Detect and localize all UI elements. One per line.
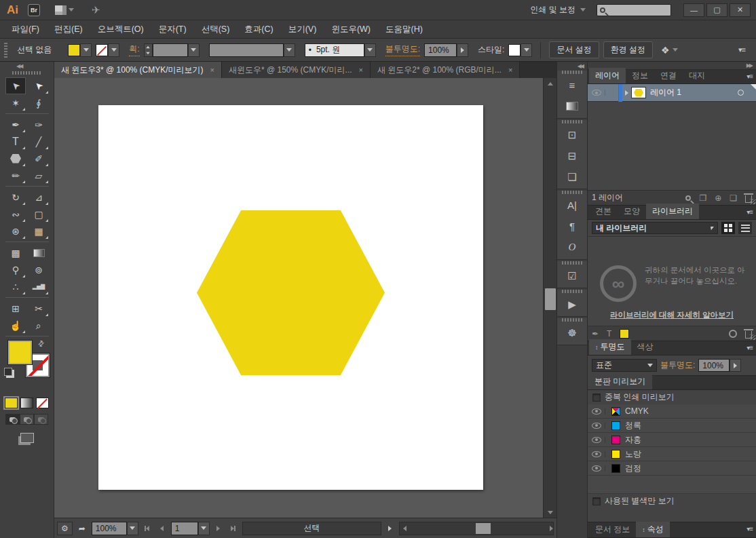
locate-object-button[interactable] [685, 195, 691, 201]
style-swatch[interactable] [508, 44, 521, 56]
layer-target-icon[interactable] [738, 90, 744, 96]
layer-row[interactable]: 레이어 1 [588, 84, 756, 102]
document-tab-1[interactable]: 새 윈도우3* @ 100% (CMYK/미리보기) × [54, 62, 222, 78]
free-transform-tool[interactable]: ▢ [29, 206, 49, 223]
type-tool[interactable]: T [5, 133, 26, 150]
stroke-weight-control[interactable] [144, 43, 200, 57]
artboard-dropdown[interactable] [198, 522, 210, 535]
eyedropper-tool[interactable]: ⚲ [5, 261, 26, 278]
attributes-panel-icon[interactable]: ☑ [557, 265, 587, 286]
tab-layers[interactable]: 레이어 [589, 68, 626, 83]
layer-name[interactable]: 레이어 1 [650, 87, 681, 98]
polygon-tool[interactable] [5, 150, 26, 167]
gradient-panel-icon[interactable] [557, 96, 587, 117]
tab-artboards[interactable]: 대지 [683, 68, 711, 83]
panel-resize-grip[interactable] [750, 199, 755, 204]
transparency-opacity-control[interactable]: 100% [698, 359, 741, 372]
document-tab-2[interactable]: 새윈도우* @ 150% (CMYK/미리... × [222, 62, 371, 78]
transparency-panel-menu-icon[interactable]: ▾≡ [746, 344, 753, 351]
draw-behind-mode-button[interactable] [20, 414, 34, 425]
separation-visibility-cell[interactable] [588, 465, 605, 472]
navigator-panel-icon[interactable]: ☸ [557, 322, 587, 343]
stroke-weight-dropdown[interactable] [188, 43, 200, 57]
tab-document-info[interactable]: 문서 정보 [589, 522, 636, 537]
zoom-dropdown[interactable] [127, 522, 138, 535]
add-fill-color-button[interactable] [620, 329, 629, 339]
spot-only-row[interactable]: 사용된 별색만 보기 [588, 494, 756, 508]
tab-swatches[interactable]: 견본 [589, 204, 618, 219]
artboard-number-field[interactable]: 1 [171, 522, 198, 535]
separation-visibility-cell[interactable] [588, 423, 605, 429]
add-graphic-button[interactable]: ✒ [592, 329, 599, 339]
brush-definition-control[interactable]: • 5pt. 원 [305, 43, 376, 57]
minimize-button[interactable]: — [683, 3, 704, 17]
app-search-box[interactable] [597, 4, 671, 16]
draw-inside-mode-button[interactable] [34, 414, 48, 425]
character-panel-icon[interactable]: A| [557, 195, 587, 216]
separation-visibility-cell[interactable] [588, 451, 605, 457]
opacity-flyout[interactable] [457, 43, 468, 57]
stroke-color-swatch[interactable] [96, 44, 108, 56]
library-select[interactable]: 내 라이브러리 [592, 222, 718, 234]
expand-dock-icon[interactable]: ◀◀ [557, 62, 587, 69]
zoom-tool[interactable]: ⌕ [29, 317, 49, 334]
pencil-tool[interactable]: ✏ [5, 167, 26, 184]
close-tab-icon[interactable]: × [508, 66, 512, 74]
panel-gripper[interactable] [4, 43, 7, 58]
draw-normal-mode-button[interactable] [5, 414, 20, 425]
separation-row-black[interactable]: 검정 [588, 461, 756, 476]
opacity-field[interactable]: 100% [424, 43, 457, 57]
stroke-color-control[interactable] [96, 43, 119, 57]
pen-tool[interactable]: ✒ [5, 116, 26, 133]
artboard[interactable] [98, 105, 483, 490]
bottom-panel-menu-icon[interactable]: ▾≡ [746, 525, 753, 533]
panel-resize-grip[interactable] [750, 334, 755, 340]
scale-tool[interactable]: ⊿ [29, 189, 49, 206]
layers-list-empty-area[interactable] [588, 102, 756, 191]
close-tab-icon[interactable]: × [210, 66, 214, 74]
dock-gripper[interactable] [562, 318, 582, 322]
layers-panel-menu-icon[interactable]: ▾≡ [746, 73, 753, 80]
slice-tool[interactable]: ✂ [29, 300, 49, 317]
workspace-switcher[interactable]: 인쇄 및 보정 [530, 4, 586, 16]
menu-select[interactable]: 선택(S) [194, 20, 238, 39]
gpu-performance-icon[interactable]: ✈ [92, 4, 100, 16]
eraser-tool[interactable]: ▱ [29, 167, 49, 184]
menu-type[interactable]: 문자(T) [151, 20, 194, 39]
preferences-quick-button[interactable]: ⚙ [57, 522, 73, 535]
separation-row-yellow[interactable]: 노랑 [588, 447, 756, 461]
select-similar-control[interactable]: ❖ [661, 45, 678, 56]
paintbrush-tool[interactable]: ✐ [29, 150, 49, 167]
tab-libraries[interactable]: 라이브러리 [646, 204, 699, 219]
control-panel-menu-icon[interactable]: ▾≡ [738, 45, 745, 54]
artboard-tool[interactable]: ⊞ [5, 300, 26, 317]
graph-tool[interactable]: ▂▅▇ [29, 278, 49, 295]
tab-links[interactable]: 연결 [654, 68, 683, 83]
last-artboard-button[interactable] [227, 522, 240, 535]
export-button[interactable]: ➦ [75, 522, 89, 535]
curvature-tool[interactable]: ✑ [29, 116, 49, 133]
separation-row-cyan[interactable]: 청록 [588, 419, 756, 433]
layer-thumbnail[interactable] [631, 87, 646, 98]
variable-width-dropdown[interactable] [284, 43, 295, 57]
overprint-preview-row[interactable]: 중복 인쇄 미리보기 [588, 390, 756, 404]
cc-sync-icon[interactable] [729, 330, 737, 338]
default-fill-stroke-icon[interactable] [4, 368, 12, 376]
next-artboard-button[interactable] [212, 522, 225, 535]
opentype-panel-icon[interactable]: O [557, 237, 587, 258]
dock-gripper[interactable] [562, 261, 582, 265]
screen-mode-button[interactable] [20, 433, 34, 443]
width-tool[interactable]: ∾ [5, 206, 26, 223]
stroke-weight-label[interactable]: 획: [129, 43, 139, 56]
transparency-opacity-flyout[interactable] [730, 359, 741, 372]
tab-properties[interactable]: ↕ 속성 [636, 522, 670, 537]
separation-row-magenta[interactable]: 자홍 [588, 433, 756, 447]
horizontal-scroll-thumb[interactable] [476, 523, 491, 534]
gradient-button[interactable] [20, 398, 33, 408]
menu-edit[interactable]: 편집(E) [47, 20, 90, 39]
scroll-right-button[interactable] [542, 522, 553, 535]
align-panel-icon[interactable]: ⊟ [557, 145, 587, 166]
gradient-tool[interactable] [29, 244, 49, 261]
symbol-sprayer-tool[interactable]: ∴ [5, 278, 26, 295]
direct-selection-tool[interactable]: ➤ [29, 77, 49, 94]
